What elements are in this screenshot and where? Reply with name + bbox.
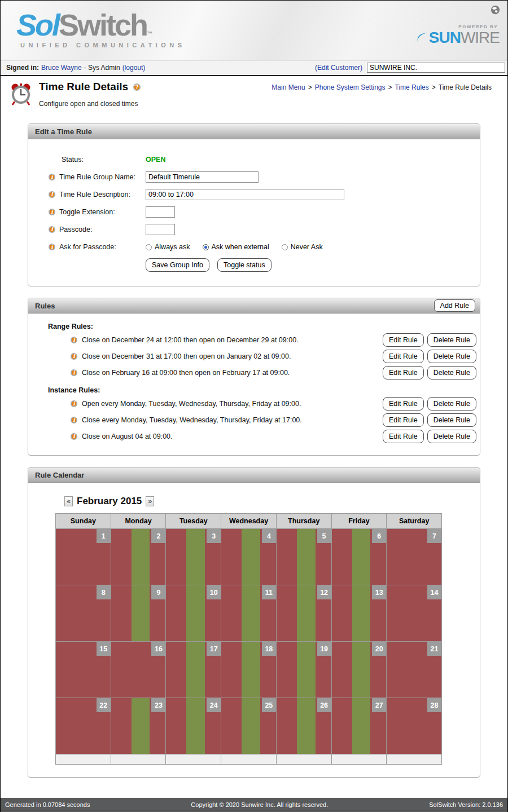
calendar-day-cell[interactable]: 2 xyxy=(111,529,167,585)
delete-rule-button[interactable]: Delete Rule xyxy=(427,366,476,379)
info-icon[interactable]: i xyxy=(71,433,77,440)
calendar-footer-cell xyxy=(387,754,442,765)
edit-rule-button[interactable]: Edit Rule xyxy=(383,397,424,411)
info-icon[interactable]: i xyxy=(49,209,55,215)
calendar-day-cell[interactable]: 16 xyxy=(111,642,167,698)
calendar-day-cell[interactable]: 18 xyxy=(221,642,277,698)
add-rule-button[interactable]: Add Rule xyxy=(434,299,475,312)
toggle-extension-input[interactable] xyxy=(146,206,175,218)
rule-row: i Close every Monday, Tuesday, Wednesday… xyxy=(71,413,476,427)
calendar-day-cell[interactable]: 10 xyxy=(166,585,221,642)
help-icon[interactable]: ? xyxy=(133,83,141,91)
group-name-input[interactable] xyxy=(146,171,259,183)
calendar-day-cell[interactable]: 7 xyxy=(387,529,442,585)
instance-rules-label: Instance Rules: xyxy=(48,386,476,394)
edit-customer-link[interactable]: (Edit Customer) xyxy=(315,64,362,72)
passcode-row: iPasscode: xyxy=(28,223,480,236)
radio-never-ask[interactable]: Never Ask xyxy=(282,243,323,251)
toggle-status-button[interactable]: Toggle status xyxy=(217,258,271,272)
breadcrumb-time-rules[interactable]: Time Rules xyxy=(395,83,429,91)
calendar-day-cell[interactable]: 24 xyxy=(166,698,221,754)
rule-row: i Close on December 24 at 12:00 then ope… xyxy=(71,333,476,347)
info-icon[interactable]: i xyxy=(49,174,55,180)
calendar-day-cell[interactable]: 14 xyxy=(387,585,442,642)
radio-ask-when-external[interactable]: Ask when external xyxy=(203,243,269,251)
calendar-day-cell[interactable]: 26 xyxy=(277,698,332,754)
delete-rule-button[interactable]: Delete Rule xyxy=(427,333,476,347)
description-input[interactable] xyxy=(146,189,344,200)
delete-rule-button[interactable]: Delete Rule xyxy=(427,350,476,363)
calendar-day-number: 23 xyxy=(151,698,165,712)
rules-section: Rules Add Rule Range Rules: i Close on D… xyxy=(28,298,480,456)
calendar-day-cell[interactable]: 6 xyxy=(332,529,387,585)
calendar-day-cell[interactable]: 1 xyxy=(56,529,111,585)
calendar-day-cell[interactable]: 5 xyxy=(277,529,332,585)
delete-rule-button[interactable]: Delete Rule xyxy=(427,413,476,427)
radio-always-ask[interactable]: Always ask xyxy=(146,243,190,251)
calendar-day-number: 20 xyxy=(372,642,386,656)
calendar-day-cell[interactable]: 11 xyxy=(221,585,277,642)
rule-calendar-section: Rule Calendar « February 2015 » SundayMo… xyxy=(28,467,480,778)
calendar-day-cell[interactable]: 23 xyxy=(111,698,167,754)
rule-row: i Close on February 16 at 09:00 then ope… xyxy=(71,366,476,379)
breadcrumb-current: Time Rule Details xyxy=(439,83,492,91)
delete-rule-button[interactable]: Delete Rule xyxy=(427,430,476,443)
edit-rule-button[interactable]: Edit Rule xyxy=(383,430,424,443)
info-icon[interactable]: i xyxy=(49,226,55,233)
calendar-day-cell[interactable]: 25 xyxy=(221,698,277,754)
breadcrumb-main-menu[interactable]: Main Menu xyxy=(271,83,305,91)
radio-button[interactable] xyxy=(203,244,209,250)
label-spacer xyxy=(49,261,58,270)
calendar-day-cell[interactable]: 19 xyxy=(277,642,332,698)
globe-icon[interactable] xyxy=(491,5,500,15)
edit-rule-button[interactable]: Edit Rule xyxy=(383,350,424,363)
save-group-info-button[interactable]: Save Group Info xyxy=(146,258,209,272)
calendar-day-cell[interactable]: 9 xyxy=(111,585,167,642)
edit-rule-button[interactable]: Edit Rule xyxy=(383,366,424,379)
calendar-day-number: 9 xyxy=(151,585,165,599)
radio-button[interactable] xyxy=(282,244,288,250)
next-month-button[interactable]: » xyxy=(146,496,154,506)
breadcrumb-separator: > xyxy=(388,83,392,91)
edit-rule-button[interactable]: Edit Rule xyxy=(383,413,424,427)
calendar-day-cell[interactable]: 3 xyxy=(166,529,221,585)
radio-button[interactable] xyxy=(146,244,152,250)
group-name-row: iTime Rule Group Name: xyxy=(28,171,480,183)
calendar-day-cell[interactable]: 28 xyxy=(387,698,442,754)
calendar-day-number: 19 xyxy=(317,642,331,656)
info-icon[interactable]: i xyxy=(71,337,77,343)
info-icon[interactable]: i xyxy=(49,191,55,198)
info-icon[interactable]: i xyxy=(71,417,77,423)
delete-rule-button[interactable]: Delete Rule xyxy=(427,397,476,411)
calendar-day-cell[interactable]: 20 xyxy=(332,642,387,698)
rule-calendar-header: Rule Calendar xyxy=(28,467,480,483)
rule-text: Close on December 24 at 12:00 then open … xyxy=(82,336,299,344)
logo-trademark: ™ xyxy=(147,30,152,37)
calendar-day-number: 2 xyxy=(151,529,165,543)
prev-month-button[interactable]: « xyxy=(64,496,73,506)
info-icon[interactable]: i xyxy=(71,369,77,376)
calendar-day-cell[interactable]: 13 xyxy=(332,585,387,642)
calendar-day-header-row: SundayMondayTuesdayWednesdayThursdayFrid… xyxy=(56,514,442,529)
user-name-link[interactable]: Bruce Wayne xyxy=(41,64,82,72)
info-icon[interactable]: i xyxy=(71,400,77,407)
rule-text: Close on December 31 at 17:00 then open … xyxy=(82,352,291,360)
info-icon[interactable]: i xyxy=(49,244,55,250)
rule-text: Close every Monday, Tuesday, Wednesday, … xyxy=(82,416,302,424)
calendar-day-cell[interactable]: 8 xyxy=(56,585,111,642)
calendar-day-cell[interactable]: 22 xyxy=(56,698,111,754)
calendar-day-header: Tuesday xyxy=(166,514,221,529)
calendar-day-cell[interactable]: 4 xyxy=(221,529,277,585)
logout-link[interactable]: (logout) xyxy=(122,64,146,72)
calendar-day-cell[interactable]: 12 xyxy=(277,585,332,642)
calendar-day-cell[interactable]: 15 xyxy=(56,642,111,698)
breadcrumb-phone-system-settings[interactable]: Phone System Settings xyxy=(315,83,386,91)
info-icon[interactable]: i xyxy=(71,353,77,360)
calendar-day-cell[interactable]: 27 xyxy=(332,698,387,754)
calendar-day-cell[interactable]: 21 xyxy=(387,642,442,698)
edit-rule-button[interactable]: Edit Rule xyxy=(383,333,424,347)
calendar-day-cell[interactable]: 17 xyxy=(166,642,221,698)
passcode-input[interactable] xyxy=(146,224,175,235)
calendar-week-row: 1234567 xyxy=(56,529,442,585)
customer-name-input[interactable] xyxy=(367,63,505,73)
